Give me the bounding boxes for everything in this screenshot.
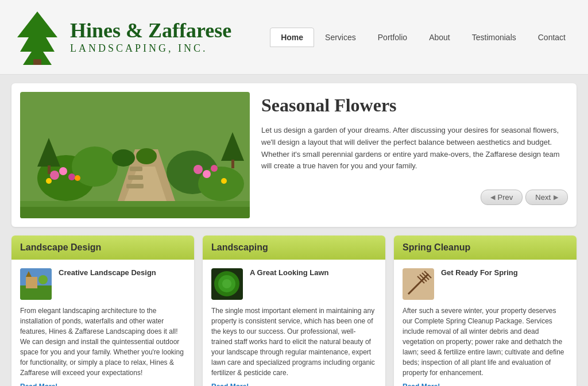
nav-testimonials[interactable]: Testimonials bbox=[461, 28, 527, 47]
svg-point-17 bbox=[221, 178, 227, 184]
prev-label: Prev bbox=[498, 193, 513, 202]
svg-rect-21 bbox=[20, 207, 250, 218]
slider-image bbox=[20, 92, 250, 218]
lawn-icon bbox=[211, 268, 243, 300]
landscaping-read-more[interactable]: Read More! bbox=[211, 383, 377, 386]
spring-read-more[interactable]: Read More! bbox=[403, 383, 568, 386]
nav-home[interactable]: Home bbox=[270, 28, 314, 47]
card-landscaping: Landscaping A Great Looking Lawn bbox=[203, 236, 385, 386]
site-header: Hines & Zaffarese Landscaping, Inc. Home… bbox=[0, 0, 588, 75]
logo-area: Hines & Zaffarese Landscaping, Inc. bbox=[11, 9, 231, 66]
card-spring-cleanup: Spring Cleanup bbox=[394, 236, 577, 386]
lawn-image-icon bbox=[211, 268, 243, 300]
svg-point-10 bbox=[59, 167, 67, 175]
landscaping-item-title: A Great Looking Lawn bbox=[250, 268, 328, 277]
slider-description: Let us design a garden of your dreams. A… bbox=[261, 125, 568, 172]
svg-point-9 bbox=[50, 171, 59, 180]
prev-arrow-icon: ◀ bbox=[490, 194, 495, 201]
svg-rect-27 bbox=[48, 165, 51, 174]
svg-rect-22 bbox=[126, 184, 144, 188]
card-landscape-title: Landscape Design bbox=[20, 242, 101, 252]
next-arrow-icon: ▶ bbox=[554, 194, 558, 201]
landscaping-description: The single most important element in mai… bbox=[211, 306, 377, 378]
main-content: Seasonal Flowers Let us design a garden … bbox=[0, 75, 588, 386]
svg-point-12 bbox=[194, 165, 203, 174]
slider-navigation: ◀ Prev Next ▶ bbox=[261, 190, 568, 205]
slider-title: Seasonal Flowers bbox=[261, 95, 568, 116]
card-spring-body: Get Ready For Spring After such a severe… bbox=[394, 260, 577, 386]
card-landscape-body: Creative Landscape Design From elegant l… bbox=[11, 260, 194, 386]
svg-rect-24 bbox=[130, 167, 142, 171]
spring-description: After such a severe winter, your propert… bbox=[403, 306, 568, 378]
landscaping-item: A Great Looking Lawn bbox=[211, 268, 377, 300]
garden-illustration bbox=[20, 92, 250, 218]
svg-rect-31 bbox=[26, 277, 37, 288]
landscape-icon bbox=[20, 268, 52, 300]
landscape-item-text: Creative Landscape Design bbox=[59, 268, 156, 300]
card-landscape-design: Landscape Design Creative Lands bbox=[11, 236, 194, 386]
svg-rect-28 bbox=[231, 160, 234, 168]
nav-services[interactable]: Services bbox=[314, 28, 367, 47]
landscaping-item-text: A Great Looking Lawn bbox=[250, 268, 328, 300]
logo-text: Hines & Zaffarese Landscaping, Inc. bbox=[70, 20, 231, 55]
next-label: Next bbox=[535, 193, 551, 202]
nav-portfolio[interactable]: Portfolio bbox=[367, 28, 418, 47]
svg-point-14 bbox=[211, 165, 218, 172]
main-nav: Home Services Portfolio About Testimonia… bbox=[270, 28, 577, 47]
svg-point-33 bbox=[38, 275, 48, 284]
card-landscaping-header: Landscaping bbox=[203, 236, 385, 260]
svg-point-18 bbox=[112, 149, 135, 167]
prev-button[interactable]: ◀ Prev bbox=[481, 190, 523, 205]
nav-contact[interactable]: Contact bbox=[527, 28, 577, 47]
feature-cards: Landscape Design Creative Lands bbox=[11, 236, 577, 386]
svg-point-16 bbox=[75, 175, 80, 181]
landscape-description: From elegant landscaping architecture to… bbox=[20, 306, 185, 378]
hero-slider: Seasonal Flowers Let us design a garden … bbox=[11, 83, 577, 227]
svg-marker-0 bbox=[17, 11, 57, 65]
svg-point-19 bbox=[136, 148, 157, 164]
svg-point-13 bbox=[203, 170, 211, 178]
spring-image-icon bbox=[403, 268, 434, 300]
nav-about[interactable]: About bbox=[418, 28, 461, 47]
spring-item-title: Get Ready For Spring bbox=[441, 268, 518, 277]
spring-item-text: Get Ready For Spring bbox=[441, 268, 518, 300]
card-spring-header: Spring Cleanup bbox=[394, 236, 577, 260]
spring-item: Get Ready For Spring bbox=[403, 268, 568, 300]
landscape-item: Creative Landscape Design bbox=[20, 268, 185, 300]
svg-point-11 bbox=[68, 173, 75, 180]
svg-rect-23 bbox=[128, 175, 143, 180]
card-spring-title: Spring Cleanup bbox=[403, 242, 470, 252]
company-name-line2: Landscaping, Inc. bbox=[70, 43, 231, 55]
slider-content: Seasonal Flowers Let us design a garden … bbox=[261, 92, 568, 208]
landscape-item-title: Creative Landscape Design bbox=[59, 268, 156, 277]
landscape-read-more[interactable]: Read More! bbox=[20, 383, 185, 386]
svg-point-37 bbox=[222, 279, 231, 288]
svg-point-15 bbox=[46, 178, 52, 184]
landscape-image-icon bbox=[20, 268, 52, 300]
next-button[interactable]: Next ▶ bbox=[525, 190, 568, 205]
card-landscape-header: Landscape Design bbox=[11, 236, 194, 260]
company-name-line1: Hines & Zaffarese bbox=[70, 20, 231, 43]
svg-rect-1 bbox=[33, 59, 41, 65]
card-landscaping-title: Landscaping bbox=[211, 242, 268, 252]
spring-icon bbox=[403, 268, 434, 300]
card-landscaping-body: A Great Looking Lawn The single most imp… bbox=[203, 260, 385, 386]
logo-tree-icon bbox=[11, 9, 63, 66]
